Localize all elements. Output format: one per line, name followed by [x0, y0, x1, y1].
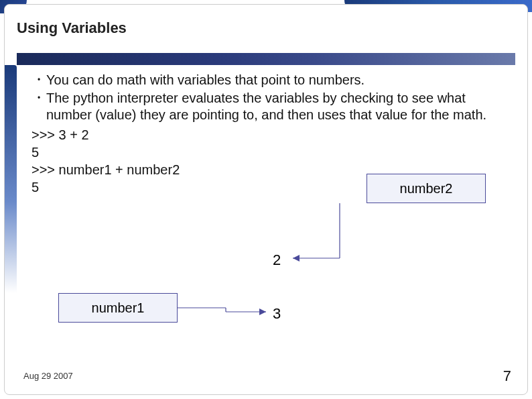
bullet-item: • The python interpreter evaluates the v…: [31, 90, 507, 123]
slide-area: Using Variables • You can do math with v…: [4, 4, 528, 395]
box-number1: number1: [58, 293, 178, 323]
bullet-dot: •: [31, 90, 46, 123]
value-3: 3: [273, 305, 281, 323]
slide-title: Using Variables: [17, 19, 127, 37]
arrow-number2-to-2: [293, 203, 340, 262]
code-line: >>> 3 + 2: [31, 126, 507, 144]
arrow-number1-to-3: [178, 308, 266, 315]
side-decoration: [5, 65, 17, 293]
title-divider: [17, 53, 515, 65]
box-label: number2: [400, 181, 453, 196]
code-line: 5: [31, 144, 507, 161]
bullet-dot: •: [31, 72, 46, 89]
box-number2: number2: [367, 174, 486, 203]
bullet-text: The python interpreter evaluates the var…: [46, 90, 507, 123]
bullet-item: • You can do math with variables that po…: [31, 72, 507, 89]
bullet-text: You can do math with variables that poin…: [46, 72, 364, 89]
value-2: 2: [273, 251, 281, 269]
box-label: number1: [92, 300, 145, 316]
footer-page-number: 7: [503, 367, 511, 385]
footer-date: Aug 29 2007: [23, 371, 73, 381]
svg-marker-2: [293, 255, 300, 262]
svg-marker-6: [259, 308, 266, 315]
